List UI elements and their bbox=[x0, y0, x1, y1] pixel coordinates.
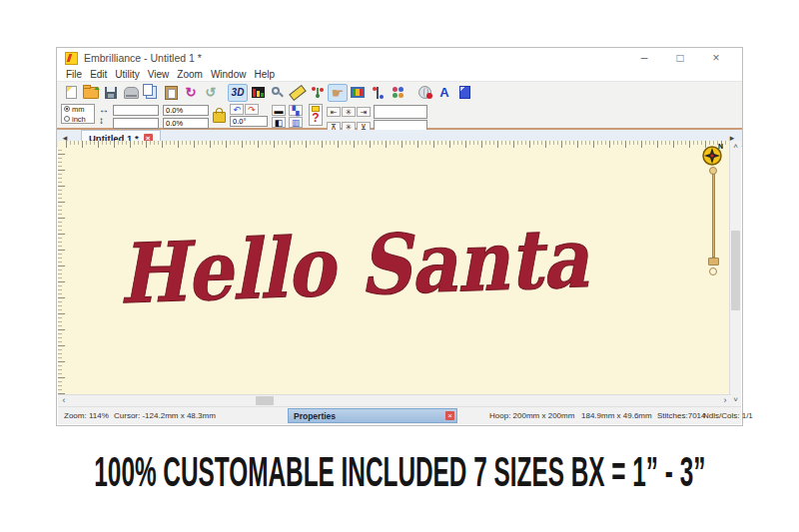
hand-select-icon[interactable]: ☛ bbox=[328, 84, 348, 102]
lock-aspect-icon[interactable] bbox=[213, 112, 226, 123]
status-stitches: Stitches:7014 bbox=[657, 411, 705, 420]
design-text: Hello Santa bbox=[118, 210, 591, 321]
menu-utility[interactable]: Utility bbox=[111, 69, 143, 80]
width-percent-input[interactable] bbox=[163, 105, 209, 116]
notes-icon[interactable] bbox=[454, 84, 474, 102]
rotate-right-button[interactable]: ↷ bbox=[245, 104, 259, 115]
rotate-ccw-icon[interactable]: ↺ bbox=[201, 84, 221, 102]
statusbar: Zoom: 114% Cursor: -124.2mm x 48.3mm Pro… bbox=[58, 406, 741, 424]
height-percent-input[interactable] bbox=[163, 118, 209, 129]
slider-bottom-icon bbox=[709, 267, 717, 275]
unit-inch-label: inch bbox=[72, 115, 86, 124]
properties-label: Properties bbox=[294, 411, 336, 421]
menu-edit[interactable]: Edit bbox=[86, 69, 111, 80]
width-input[interactable] bbox=[113, 105, 159, 116]
stitch-simulator-icon[interactable] bbox=[248, 84, 268, 102]
angle-input[interactable] bbox=[230, 116, 268, 127]
thread-needle-icon[interactable] bbox=[368, 84, 388, 102]
columns-view-button[interactable]: ▥ bbox=[289, 117, 303, 128]
horizontal-scroll-thumb[interactable] bbox=[256, 396, 274, 405]
menu-file[interactable]: File bbox=[62, 69, 86, 80]
menu-help[interactable]: Help bbox=[250, 69, 279, 80]
vertical-scroll-thumb[interactable] bbox=[731, 231, 740, 310]
design-canvas[interactable]: Hello Santa N bbox=[58, 141, 731, 394]
copy-icon[interactable] bbox=[141, 84, 161, 102]
scroll-left-icon[interactable]: ‹ bbox=[58, 395, 70, 406]
align-right-button[interactable]: ⇥ bbox=[357, 107, 371, 117]
3d-view-icon[interactable]: 3D bbox=[228, 84, 248, 102]
help-button[interactable]: ? bbox=[309, 104, 323, 126]
status-needles: Ndls/Cols: 1/1 bbox=[703, 411, 753, 420]
size-arrows: ↔ ↕ bbox=[99, 104, 109, 125]
status-cursor: Cursor: -124.2mm x 48.3mm bbox=[114, 411, 216, 420]
design-tool-icon[interactable] bbox=[308, 84, 328, 102]
minimize-button[interactable]: – bbox=[626, 49, 662, 67]
ruler-horizontal bbox=[66, 141, 731, 148]
svg-text:N: N bbox=[718, 143, 723, 150]
scroll-up-icon[interactable]: ˄ bbox=[730, 141, 741, 153]
scroll-down-icon[interactable]: ˅ bbox=[730, 394, 741, 406]
lettering-icon[interactable]: A bbox=[434, 84, 454, 102]
compass-icon[interactable]: N bbox=[701, 143, 725, 167]
maximize-button[interactable]: □ bbox=[662, 49, 698, 67]
menu-view[interactable]: View bbox=[144, 69, 174, 80]
contrast-view-button[interactable]: ◧ bbox=[272, 117, 286, 128]
save-icon[interactable] bbox=[101, 84, 121, 102]
print-icon[interactable] bbox=[121, 84, 141, 102]
unit-selector: mm inch bbox=[61, 104, 95, 124]
status-zoom: Zoom: 114% bbox=[64, 411, 109, 420]
unit-mm-radio[interactable]: mm bbox=[64, 105, 94, 114]
slider-rod bbox=[712, 174, 715, 258]
stitch-pattern-icon[interactable] bbox=[388, 84, 407, 102]
menubar: File Edit Utility View Zoom Window Help bbox=[57, 68, 742, 81]
properties-panel-bar[interactable]: Properties × bbox=[288, 408, 457, 423]
titlebar: Embrilliance - Untitled 1 * – □ × bbox=[57, 48, 742, 68]
slider-knob[interactable] bbox=[708, 258, 719, 266]
transform-toolbar: mm inch ↔ ↕ ↶ ↷ ▬ bbox=[57, 103, 742, 128]
embroidery-design[interactable]: Hello Santa bbox=[110, 193, 599, 342]
new-file-icon[interactable] bbox=[61, 84, 81, 102]
horizontal-scrollbar[interactable]: ‹ › bbox=[58, 394, 731, 406]
height-input[interactable] bbox=[113, 118, 159, 129]
rotate-left-button[interactable]: ↶ bbox=[230, 104, 244, 115]
promo-caption-text: 100% CUSTOMABLE INCLUDED 7 SIZES BX = 1”… bbox=[94, 448, 705, 496]
width-arrow-icon: ↔ bbox=[99, 105, 109, 114]
image-properties-icon[interactable] bbox=[348, 84, 368, 102]
status-hoop: Hoop: 200mm x 200mm bbox=[489, 411, 574, 420]
app-window: Embrilliance - Untitled 1 * – □ × File E… bbox=[56, 47, 743, 426]
align-center-h-button[interactable]: ✳ bbox=[342, 107, 356, 117]
close-button[interactable]: × bbox=[698, 49, 734, 67]
main-toolbar: ↻ ↺ 3D ☛ A bbox=[57, 81, 742, 103]
align-left-button[interactable]: ⇤ bbox=[327, 107, 341, 117]
solid-view-button[interactable]: ▬ bbox=[272, 105, 286, 116]
window-title: Embrilliance - Untitled 1 * bbox=[84, 52, 202, 64]
vertical-scrollbar[interactable]: ˄ ˅ bbox=[729, 141, 741, 406]
paste-icon[interactable] bbox=[161, 84, 181, 102]
scroll-right-icon[interactable]: › bbox=[719, 395, 731, 406]
ruler-vertical bbox=[58, 148, 65, 394]
menu-zoom[interactable]: Zoom bbox=[173, 69, 207, 80]
properties-close-icon[interactable]: × bbox=[445, 411, 454, 420]
view-mode-group: ▬ ▚ ◧ ▥ bbox=[272, 104, 305, 128]
radio-unselected-icon bbox=[64, 116, 70, 122]
pos-x-input[interactable] bbox=[374, 105, 427, 119]
unit-mm-label: mm bbox=[72, 105, 85, 114]
window-controls: – □ × bbox=[626, 49, 734, 67]
measure-tool-icon[interactable] bbox=[288, 84, 308, 102]
status-design-size: 184.9mm x 49.6mm bbox=[581, 411, 652, 420]
rotate-cw-icon[interactable]: ↻ bbox=[181, 84, 201, 102]
menu-window[interactable]: Window bbox=[207, 69, 251, 80]
zoom-tool-icon[interactable] bbox=[268, 84, 288, 102]
app-logo-icon bbox=[65, 52, 78, 65]
globe-library-icon[interactable] bbox=[414, 84, 434, 102]
help-question-icon: ? bbox=[312, 112, 319, 125]
open-file-icon[interactable] bbox=[81, 84, 101, 102]
radio-selected-icon bbox=[64, 106, 70, 112]
height-arrow-icon: ↕ bbox=[99, 116, 109, 125]
unit-inch-radio[interactable]: inch bbox=[64, 115, 94, 124]
promo-caption: 100% CUSTOMABLE INCLUDED 7 SIZES BX = 1”… bbox=[0, 445, 799, 499]
needle-slider[interactable] bbox=[706, 167, 720, 282]
checker-view-button[interactable]: ▚ bbox=[289, 105, 303, 116]
